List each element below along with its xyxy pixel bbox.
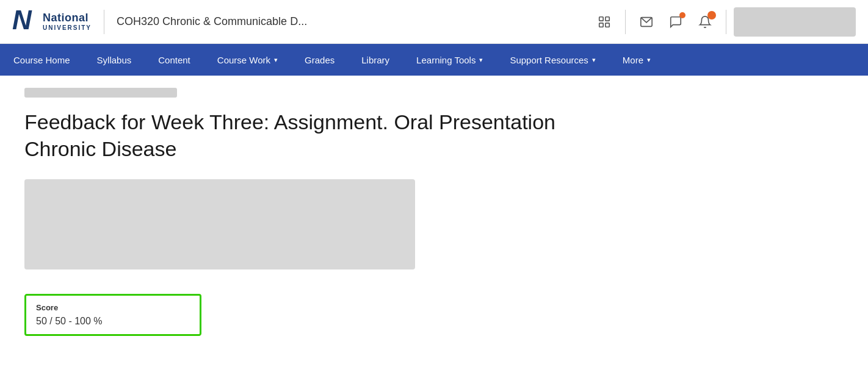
chat-badge bbox=[679, 12, 685, 18]
logo-national: National bbox=[43, 12, 92, 24]
more-chevron-icon: ▾ bbox=[647, 56, 651, 64]
user-avatar[interactable] bbox=[734, 7, 856, 37]
nav-more[interactable]: More ▾ bbox=[609, 44, 664, 76]
nav-learning-tools[interactable]: Learning Tools ▾ bbox=[403, 44, 496, 76]
nav-support-resources-label: Support Resources bbox=[510, 55, 588, 65]
course-work-chevron-icon: ▾ bbox=[274, 56, 278, 64]
logo[interactable]: N National University bbox=[12, 6, 92, 37]
chat-button[interactable] bbox=[662, 9, 689, 35]
nav-content[interactable]: Content bbox=[145, 44, 204, 76]
header-logo-divider bbox=[104, 10, 104, 34]
svg-rect-1 bbox=[599, 16, 603, 20]
logo-n-letter: N bbox=[12, 6, 39, 37]
breadcrumb-placeholder bbox=[24, 88, 177, 98]
nav-grades-label: Grades bbox=[305, 55, 335, 65]
mail-button[interactable] bbox=[633, 9, 660, 35]
nav-learning-tools-label: Learning Tools bbox=[416, 55, 476, 65]
content-media-placeholder bbox=[24, 179, 415, 269]
nav-library[interactable]: Library bbox=[348, 44, 403, 76]
svg-rect-2 bbox=[606, 16, 609, 20]
nav-course-work[interactable]: Course Work ▾ bbox=[204, 44, 291, 76]
header: N National University COH320 Chronic & C… bbox=[0, 0, 868, 44]
logo-university: University bbox=[43, 24, 92, 31]
nav-syllabus[interactable]: Syllabus bbox=[84, 44, 145, 76]
svg-rect-4 bbox=[606, 23, 609, 26]
nav-bar: Course Home Syllabus Content Course Work… bbox=[0, 44, 868, 76]
svg-text:N: N bbox=[12, 6, 32, 33]
nav-course-home-label: Course Home bbox=[13, 55, 70, 65]
nav-grades[interactable]: Grades bbox=[291, 44, 348, 76]
logo-area: N National University bbox=[12, 6, 92, 37]
icons-divider bbox=[625, 10, 626, 34]
nav-more-label: More bbox=[623, 55, 643, 65]
nav-content-label: Content bbox=[158, 55, 190, 65]
header-icons bbox=[591, 7, 856, 37]
nav-support-resources[interactable]: Support Resources ▾ bbox=[496, 44, 609, 76]
nav-syllabus-label: Syllabus bbox=[97, 55, 132, 65]
svg-rect-3 bbox=[599, 23, 603, 26]
page-title: Feedback for Week Three: Assignment. Ora… bbox=[24, 109, 574, 162]
nav-course-work-label: Course Work bbox=[217, 55, 270, 65]
support-resources-chevron-icon: ▾ bbox=[592, 56, 596, 64]
notification-badge bbox=[707, 11, 716, 20]
main-content: Feedback for Week Three: Assignment. Ora… bbox=[0, 76, 868, 360]
grid-icon bbox=[598, 15, 611, 29]
nav-course-home[interactable]: Course Home bbox=[0, 44, 84, 76]
score-label: Score bbox=[36, 303, 190, 312]
avatar-divider bbox=[726, 10, 726, 34]
notifications-button[interactable] bbox=[692, 9, 718, 35]
nav-library-label: Library bbox=[361, 55, 389, 65]
mail-icon bbox=[640, 15, 653, 29]
score-box: Score 50 / 50 - 100 % bbox=[24, 294, 201, 336]
grid-button[interactable] bbox=[591, 9, 618, 35]
logo-text: National University bbox=[43, 12, 92, 31]
learning-tools-chevron-icon: ▾ bbox=[479, 56, 483, 64]
score-value: 50 / 50 - 100 % bbox=[36, 316, 190, 327]
course-title: COH320 Chronic & Communicable D... bbox=[117, 15, 591, 28]
